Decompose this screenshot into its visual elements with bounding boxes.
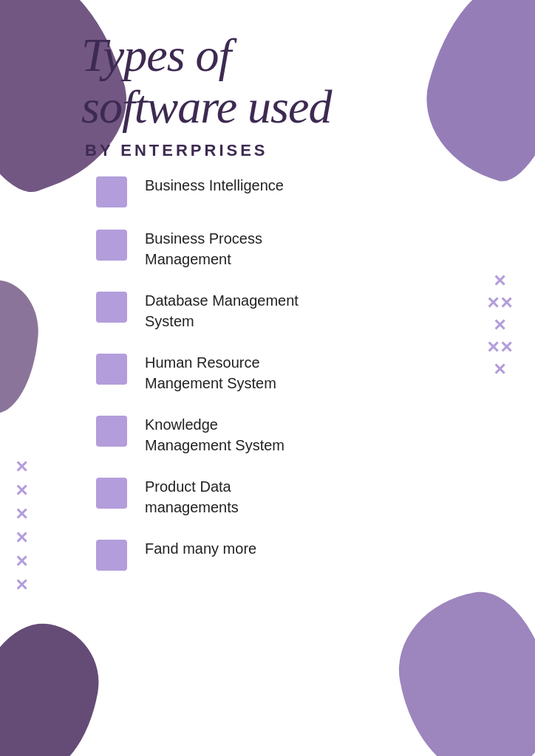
list-item-6: Product Datamanagements — [96, 476, 476, 518]
main-content: Types of software used BY ENTERPRISES Bu… — [0, 0, 535, 621]
main-title: Types of software used — [81, 30, 476, 134]
item-text-7: Fand many more — [145, 538, 256, 559]
checkbox-5 — [96, 416, 127, 447]
item-text-5: KnowledgeManagement System — [145, 414, 284, 456]
checkbox-4 — [96, 354, 127, 385]
list-item-3: Database ManagementSystem — [96, 290, 476, 331]
item-text-2: Business ProcessManagement — [145, 228, 262, 269]
checkbox-1 — [96, 176, 127, 207]
title-section: Types of software used BY ENTERPRISES — [81, 30, 476, 160]
list-item-7: Fand many more — [96, 538, 476, 571]
item-text-3: Database ManagementSystem — [145, 290, 299, 331]
blob-bottom-left — [0, 614, 108, 756]
title-line2: software used — [81, 80, 331, 133]
software-list: Business IntelligenceBusiness ProcessMan… — [96, 175, 476, 571]
item-text-6: Product Datamanagements — [145, 476, 239, 518]
title-line1: Types of — [81, 29, 231, 81]
checkbox-3 — [96, 292, 127, 323]
checkbox-7 — [96, 540, 127, 571]
list-item-1: Business Intelligence — [96, 175, 476, 207]
checkbox-6 — [96, 478, 127, 509]
checkbox-2 — [96, 230, 127, 261]
subtitle: BY ENTERPRISES — [85, 141, 476, 160]
list-item-2: Business ProcessManagement — [96, 228, 476, 269]
item-text-1: Business Intelligence — [145, 175, 284, 196]
list-item-5: KnowledgeManagement System — [96, 414, 476, 456]
list-item-4: Human ResourceMangement System — [96, 352, 476, 394]
item-text-4: Human ResourceMangement System — [145, 352, 276, 394]
